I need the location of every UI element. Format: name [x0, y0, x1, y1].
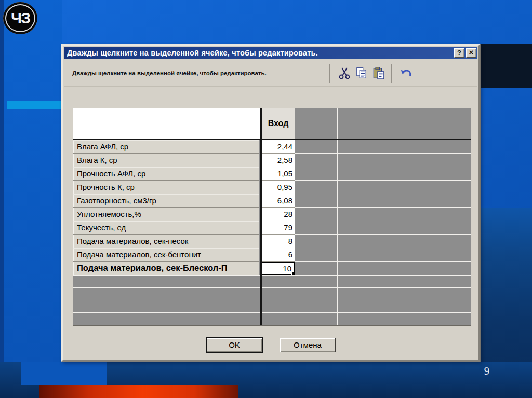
toolbar-separator: [329, 64, 331, 83]
ok-button[interactable]: OK: [206, 337, 263, 353]
dialog-toolbar: Дважды щелкните на выделенной ячейке, чт…: [64, 60, 477, 87]
header-divider-line: [73, 139, 471, 140]
row-label-cell: Текучесть, ед: [73, 221, 259, 235]
row-value-cell[interactable]: 10: [260, 262, 295, 275]
row-label-cell: Подача материалов, сек-песок: [73, 235, 259, 248]
help-button[interactable]: ?: [454, 48, 464, 58]
slide: ЧЗ 9 Дважды щелкните на выделенной ячейк…: [0, 0, 532, 398]
logo-monogram: ЧЗ: [11, 10, 30, 26]
row-label-cell: Подача материалов, сек-Блескол-П: [73, 262, 259, 275]
toolbar-icon-group: [325, 63, 415, 83]
row-label-cell: Влага К, ср: [73, 154, 259, 167]
row-label-cell: Уплотняемость,%: [73, 208, 259, 221]
row-value-cell[interactable]: 0,95: [260, 181, 295, 194]
toolbar-instruction: Дважды щелкните на выделенной ячейке, чт…: [72, 70, 267, 76]
row-value-cell[interactable]: 28: [260, 208, 295, 221]
background-dark-topright-block: [481, 44, 532, 88]
row-value-cell[interactable]: 6: [260, 248, 295, 262]
row-label-cell: Подача материалов, сек-бентонит: [73, 248, 259, 262]
table-empty-columns: [295, 140, 471, 275]
row-label-cell: Прочность К, ср: [73, 181, 259, 194]
table-empty-rows: [73, 275, 471, 325]
row-value-cell[interactable]: 79: [260, 221, 295, 235]
background-left-band: [4, 0, 62, 398]
background-red-bar: [39, 385, 238, 398]
dialog-title: Дважды щелкните на выделенной ячейке, чт…: [67, 49, 453, 57]
row-label-cell: Влага АФЛ, ср: [73, 140, 259, 154]
background-bottom-blue-patch: [21, 362, 107, 385]
paste-icon[interactable]: [371, 66, 385, 80]
values-table: Вход Влага АФЛ, ср 2,44 Влага К, ср 2,58…: [73, 108, 471, 326]
corner-header-cell: [73, 108, 260, 139]
column-divider-line: [260, 108, 262, 325]
toolbar-separator: [391, 64, 393, 83]
dialog-title-bar[interactable]: Дважды щелкните на выделенной ячейке, чт…: [64, 47, 477, 59]
input-column-header: Вход: [262, 108, 295, 139]
close-button[interactable]: ×: [466, 48, 476, 58]
edit-cell-dialog: Дважды щелкните на выделенной ячейке, чт…: [61, 44, 480, 362]
undo-icon[interactable]: [399, 66, 413, 80]
cut-icon[interactable]: [337, 66, 351, 80]
row-value-cell[interactable]: 6,08: [260, 194, 295, 208]
row-value-cell[interactable]: 2,44: [260, 140, 295, 154]
cancel-button[interactable]: Отмена: [280, 338, 336, 352]
logo: ЧЗ: [3, 2, 37, 34]
copy-icon[interactable]: [354, 66, 368, 80]
row-value-cell[interactable]: 2,58: [260, 154, 295, 167]
background-left-edge: [0, 0, 4, 398]
background-cyan-stripe: [7, 101, 61, 109]
page-number: 9: [478, 365, 496, 378]
row-value-cell[interactable]: 1,05: [260, 167, 295, 181]
row-label-cell: Газотворность, см3/гр: [73, 194, 259, 208]
row-label-cell: Прочность АФЛ, ср: [73, 167, 259, 181]
row-value-cell[interactable]: 8: [260, 235, 295, 248]
